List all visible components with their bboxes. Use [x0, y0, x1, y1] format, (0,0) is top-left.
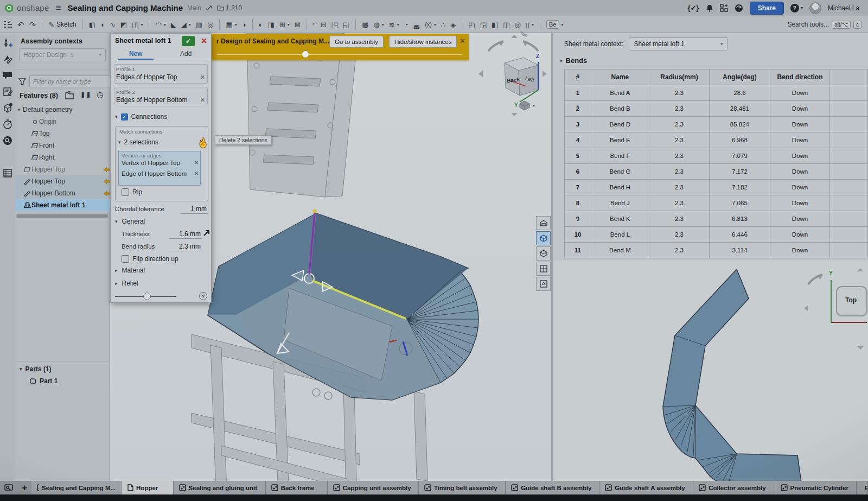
tag-icon[interactable]: ◈: [450, 21, 456, 28]
sheet-metal-model-icon[interactable]: ◰: [468, 21, 475, 28]
shell-icon[interactable]: ◎: [207, 21, 213, 28]
tree-item-hopper-top-plane[interactable]: Hopper Top: [15, 163, 118, 175]
connections-row[interactable]: ▾ ✓ Connections: [115, 113, 167, 121]
dialog-cancel-button[interactable]: ✕: [201, 36, 207, 45]
table-row[interactable]: 10Bend L2.36.446Down: [565, 227, 868, 243]
community-icon[interactable]: [735, 4, 743, 12]
tree-item-origin[interactable]: Origin: [15, 116, 125, 128]
onshape-logo[interactable]: onshape: [4, 3, 49, 13]
assembly-context-dropdown[interactable]: Hopper Design S ▾: [19, 48, 106, 61]
view-toggle-both[interactable]: [536, 262, 551, 276]
selection-item-1-clear-icon[interactable]: ✕: [194, 160, 199, 166]
notes-icon[interactable]: [2, 86, 13, 97]
transform-caret-icon[interactable]: ▾: [288, 22, 290, 27]
frame-icon[interactable]: ∴: [441, 21, 445, 28]
delete-part-icon[interactable]: ⊠: [295, 21, 301, 28]
search-context-icon[interactable]: [2, 135, 13, 146]
flip-direction-checkbox[interactable]: [122, 255, 129, 263]
linear-pattern-icon[interactable]: ▦: [226, 21, 232, 28]
parts-header[interactable]: ▾ Parts (1): [20, 365, 52, 373]
cylinder-caret-icon[interactable]: ▾: [532, 22, 534, 27]
user-avatar[interactable]: [809, 2, 821, 14]
draft-caret-icon[interactable]: ▾: [189, 22, 191, 27]
boolean-icon[interactable]: ◐: [259, 21, 263, 28]
thickness-row[interactable]: Thickness 1.6 mm: [122, 230, 202, 239]
chordal-tolerance-row[interactable]: Chordal tolerance 1 mm: [115, 205, 208, 214]
extrude-icon[interactable]: ◧: [89, 21, 95, 28]
convert-sheet-metal-icon[interactable]: ◲: [480, 21, 487, 28]
offset-surface-icon[interactable]: ▩: [362, 21, 368, 28]
move-face-icon[interactable]: ◳: [331, 21, 338, 28]
tab-add[interactable]: Add: [161, 50, 212, 58]
tree-item-hopper-top-sketch[interactable]: Hopper Top: [15, 175, 118, 187]
tree-item-hopper-bottom-sketch[interactable]: Hopper Bottom: [15, 187, 118, 199]
connections-checkbox[interactable]: ✓: [121, 113, 128, 121]
view-toggle-model[interactable]: [536, 216, 551, 230]
notifications-bell-icon[interactable]: [706, 4, 713, 12]
tab-timing-belt[interactable]: Timing belt assembly: [419, 481, 506, 494]
view-toggle-flat-pattern[interactable]: [536, 246, 551, 261]
tab-guide-shaft-b[interactable]: Guide shaft B assembly: [506, 481, 599, 494]
delete-face-icon[interactable]: ⊟: [321, 21, 327, 28]
tab-pneumatic-cylinder[interactable]: Pneumatic Cylinder: [775, 481, 857, 494]
modify-fillet-icon[interactable]: ◜: [313, 21, 316, 28]
split-icon[interactable]: ◨: [267, 21, 274, 28]
chamfer-icon[interactable]: ◣: [171, 21, 176, 28]
table-row[interactable]: 3Bend D2.385.824Down: [565, 117, 868, 132]
table-row[interactable]: 5Bend F2.37.079Down: [565, 148, 868, 164]
relief-section-row[interactable]: ▸ Relief: [115, 280, 138, 287]
redo-icon[interactable]: ↷: [29, 21, 36, 29]
fillet-icon[interactable]: ◠: [155, 21, 161, 28]
table-row[interactable]: 1Bend A2.328.6Down: [565, 85, 868, 101]
context-slider-track[interactable]: [217, 54, 462, 55]
tree-item-sheet-metal-loft[interactable]: Sheet metal loft 1: [15, 199, 118, 211]
view-settings-button[interactable]: ▾: [519, 100, 535, 111]
share-button[interactable]: Share: [750, 2, 784, 15]
version-indicator[interactable]: 1.210: [217, 4, 242, 12]
tree-item-front-plane[interactable]: Front: [15, 139, 125, 151]
table-row[interactable]: 6Bend G2.37.172Down: [565, 164, 868, 180]
sheet-metal-context-dropdown[interactable]: Sheet metal loft 1 ▾: [629, 37, 727, 50]
profile2-clear-icon[interactable]: ✕: [200, 97, 205, 104]
thicken-icon[interactable]: ◫: [132, 21, 138, 28]
selection-item-2-clear-icon[interactable]: ✕: [194, 170, 199, 176]
selection-item-2[interactable]: Edge of Hopper Bottom: [122, 170, 187, 177]
filter-icon[interactable]: [18, 78, 26, 85]
link-icon[interactable]: [206, 4, 213, 11]
fillet-caret-icon[interactable]: ▾: [164, 22, 166, 27]
connections-expander-icon[interactable]: ▾: [115, 114, 118, 119]
revolve-icon[interactable]: ◖: [100, 21, 105, 28]
col-number[interactable]: #: [565, 69, 591, 85]
appearance-icon[interactable]: [2, 54, 13, 65]
flange-icon[interactable]: ◧: [492, 21, 498, 28]
chordal-tolerance-value[interactable]: 1 mm: [181, 205, 208, 214]
rib-icon[interactable]: ▥: [196, 21, 202, 28]
go-to-assembly-button[interactable]: Go to assembly: [329, 36, 384, 48]
thicken-caret-icon[interactable]: ▾: [141, 22, 143, 27]
thickness-value[interactable]: 1.6 mm: [169, 230, 202, 239]
table-row[interactable]: 8Bend J2.37.065Down: [565, 195, 868, 211]
table-row[interactable]: 4Bend E2.36.968Down: [565, 132, 868, 148]
add-folder-icon[interactable]: [65, 91, 74, 99]
tab-back-frame[interactable]: Back frame: [266, 481, 328, 494]
search-tools[interactable]: Search tools... alt/⌥ c: [787, 21, 865, 29]
add-tab-button[interactable]: +: [17, 481, 31, 494]
custom-feature-caret-icon[interactable]: ▾: [561, 22, 564, 27]
flat-view-cube[interactable]: Y Top: [803, 258, 868, 351]
material-section-row[interactable]: ▸ Material: [115, 267, 145, 274]
mirror-icon[interactable]: ◑: [242, 21, 246, 28]
tab-hopper[interactable]: Hopper: [122, 481, 174, 494]
tab-collector-assembly[interactable]: Collector assembly: [693, 481, 775, 494]
dialog-confirm-button[interactable]: ✓: [182, 36, 195, 46]
tab-guide-shaft-a[interactable]: Guide shaft A assembly: [599, 481, 693, 494]
table-row[interactable]: 9Bend K2.36.813Down: [565, 211, 868, 227]
view-toggle-folded[interactable]: [536, 231, 551, 245]
bends-section-header[interactable]: ▾ Bends: [560, 56, 587, 65]
bend-radius-row[interactable]: Bend radius 2.3 mm: [122, 243, 202, 251]
replace-face-icon[interactable]: ◱: [343, 21, 349, 28]
tab-new[interactable]: New: [111, 50, 161, 58]
cylinder-icon[interactable]: ▯: [526, 21, 529, 28]
selection-item-1[interactable]: Vertex of Hopper Top: [122, 160, 180, 166]
transform-icon[interactable]: ⊞: [279, 21, 285, 28]
tree-item-default-geometry[interactable]: ▾ Default geometry: [15, 104, 110, 116]
